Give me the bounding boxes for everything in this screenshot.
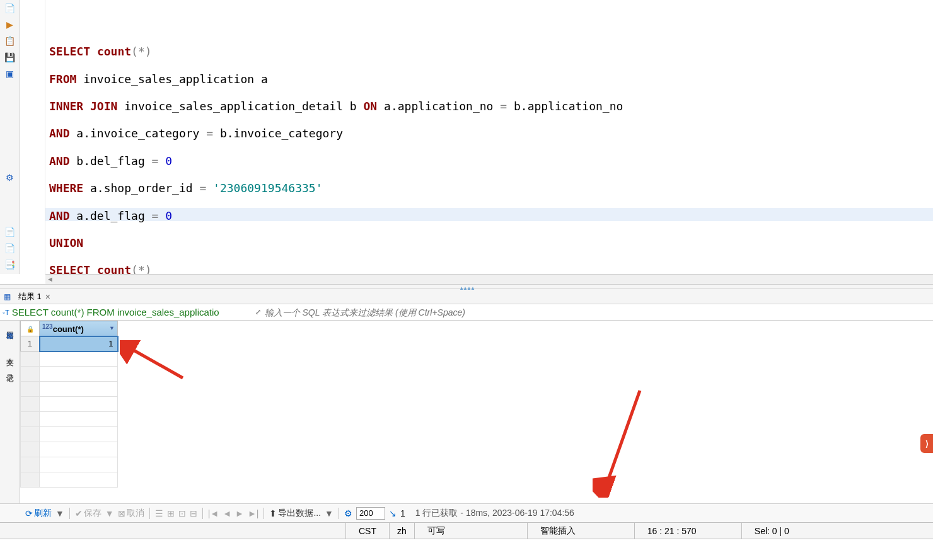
page-link-icon[interactable]: 📑 [4, 259, 16, 270]
side-tab-text[interactable]: 本文 [3, 348, 16, 356]
right-panel-toggle[interactable]: ⟩ [920, 434, 933, 453]
page-del-icon[interactable]: 📄 [4, 243, 16, 254]
result-grid[interactable]: 🔒 123count(*) ▼ 1 1 ⟩ [20, 321, 933, 503]
status-position: 16 : 21 : 570 [634, 523, 741, 539]
run-icon[interactable]: ▶ [4, 19, 16, 30]
chevron-down-icon[interactable]: ▼ [109, 325, 115, 331]
row-number: 1 [21, 336, 40, 351]
status-insert: 智能插入 [527, 523, 634, 539]
edit-icon[interactable]: ☰ [155, 508, 163, 518]
table-row[interactable]: 1 1 [21, 336, 118, 351]
gear-icon[interactable]: ⚙ [4, 172, 16, 183]
left-toolbar: 📄 ▶ 📋 💾 ▣ ⚙ 📄 📄 📑 [0, 0, 20, 274]
sql-editor[interactable]: − SELECT count(*) FROM invoice_sales_app… [45, 0, 933, 274]
last-icon[interactable]: ►| [248, 508, 259, 518]
lock-icon: 🔒 [26, 326, 34, 333]
export-button[interactable]: ⬆ 导出数据... [269, 508, 321, 519]
del-row-icon[interactable]: ⊟ [190, 508, 197, 518]
close-icon[interactable]: × [45, 292, 50, 302]
cancel-button: ⊠ 取消 [118, 508, 144, 519]
bottom-spacer [0, 539, 933, 560]
result-toolbar: ⟳ 刷新 ▼ ✔ 保存 ▼ ⊠ 取消 ☰ ⊞ ⊡ ⊟ |◄ ◄ ► ►| ⬆ 导… [0, 503, 933, 522]
cell-value[interactable]: 1 [40, 336, 118, 351]
status-bar: CST zh 可写 智能插入 16 : 21 : 570 Sel: 0 | 0 [0, 522, 933, 539]
expand-icon[interactable]: ⤢ [255, 308, 261, 316]
grid-corner: 🔒 [21, 321, 40, 336]
sql-text-icon[interactable]: ◦T [3, 309, 9, 316]
column-header-count[interactable]: 123count(*) ▼ [40, 321, 118, 336]
tab-result-1[interactable]: 结果 1 × [13, 289, 55, 304]
results-tab-bar: ▦ 结果 1 × [0, 289, 933, 304]
save-icon[interactable]: 💾 [4, 52, 16, 63]
refresh-button[interactable]: ⟳ 刷新 [25, 508, 52, 519]
limit-input[interactable] [356, 507, 385, 520]
side-tab-grid[interactable]: 图格 [3, 322, 16, 329]
query-row: ◦T SELECT count(*) FROM invoice_sales_ap… [0, 304, 933, 321]
line-gutter [20, 0, 45, 274]
status-timezone: CST [345, 523, 389, 539]
status-selection: Sel: 0 | 0 [741, 523, 933, 539]
file-new-icon[interactable]: 📄 [4, 3, 16, 14]
side-tab-record[interactable]: 录记 [3, 365, 16, 372]
terminal-icon[interactable]: ▣ [4, 68, 16, 79]
fetch-icon[interactable]: ↘ [389, 508, 397, 518]
fetch-status: 1 行已获取 - 18ms, 2023-06-19 17:04:56 [415, 508, 574, 519]
filter-input[interactable] [265, 307, 933, 317]
page-add-icon[interactable]: 📄 [4, 226, 16, 237]
result-side-tabs: 图格 ▦ 本文 录记 [0, 321, 20, 503]
splitter[interactable]: ▲▲▲▲ [0, 284, 933, 289]
save-button: ✔ 保存 [75, 508, 101, 519]
grid-icon: ▦ [4, 292, 11, 301]
file-icon[interactable]: 📋 [4, 35, 16, 47]
first-icon[interactable]: |◄ [208, 508, 219, 518]
status-mode: 可写 [414, 523, 458, 539]
prev-icon[interactable]: ◄ [223, 508, 231, 518]
dup-row-icon[interactable]: ⊡ [178, 508, 186, 518]
status-lang: zh [389, 523, 414, 539]
query-preview[interactable]: SELECT count(*) FROM invoice_sales_appli… [12, 307, 252, 317]
tab-label: 结果 1 [18, 291, 42, 302]
editor-hscrollbar[interactable]: ◄ [45, 274, 933, 284]
add-row-icon[interactable]: ⊞ [167, 508, 175, 518]
grid-small-icon: ▦ [6, 331, 13, 340]
settings-icon[interactable]: ⚙ [344, 508, 352, 518]
next-icon[interactable]: ► [235, 508, 244, 518]
